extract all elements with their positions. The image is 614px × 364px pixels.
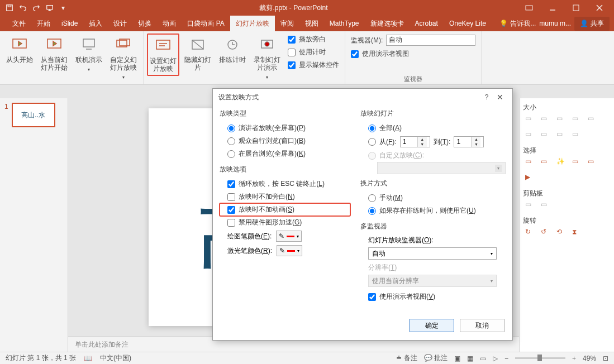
monitor-label: 监视器(M): xyxy=(351,36,383,45)
tab-transition[interactable]: 切换 xyxy=(132,16,157,31)
from-beginning-button[interactable]: 从头开始 xyxy=(3,33,36,66)
dialog-close-icon[interactable]: ✕ xyxy=(493,93,507,102)
play-icon xyxy=(11,36,28,54)
from-spinner[interactable]: ▲▼ xyxy=(400,136,430,147)
tab-file[interactable]: 文件 xyxy=(7,16,31,31)
tell-me-search[interactable]: 💡告诉我... xyxy=(499,19,536,28)
monitor-select[interactable]: 自动 xyxy=(386,35,475,46)
qat-more-icon[interactable]: ▾ xyxy=(57,2,69,14)
slide-count: 幻灯片 第 1 张，共 1 张 xyxy=(6,353,76,363)
clock-icon xyxy=(223,36,241,54)
svg-rect-13 xyxy=(156,40,170,49)
slideshow-quick-icon[interactable] xyxy=(44,2,56,14)
timings-checkbox[interactable]: 使用计时 xyxy=(285,46,341,58)
maximize-icon[interactable] xyxy=(565,1,587,15)
svg-rect-10 xyxy=(83,39,94,47)
narration-checkbox[interactable]: 播放旁白 xyxy=(285,33,341,45)
setup-slideshow-button[interactable]: 设置幻灯片放映 xyxy=(147,33,179,76)
tab-design[interactable]: 设计 xyxy=(108,16,132,31)
tab-newtab[interactable]: 新建选项卡 xyxy=(365,16,410,31)
ok-button[interactable]: 确定 xyxy=(410,319,454,332)
pen-icon: ✎ xyxy=(279,232,284,240)
check-loop[interactable]: 循环放映，按 ESC 键终止(L) xyxy=(220,178,350,190)
tab-slideshow[interactable]: 幻灯片放映 xyxy=(230,16,275,31)
tab-home[interactable]: 开始 xyxy=(31,16,56,31)
check-disable-hw[interactable]: 禁用硬件图形加速(G) xyxy=(220,216,350,229)
status-bar: 幻灯片 第 1 张，共 1 张 📖 中文(中国) ≐ 备注 💬 批注 ▣ ▦ ▭… xyxy=(0,352,614,364)
lightbulb-icon: 💡 xyxy=(499,20,508,27)
check-no-animation[interactable]: 放映时不加动画(S) xyxy=(220,203,350,216)
tab-animation[interactable]: 动画 xyxy=(157,16,182,31)
tab-mathtype[interactable]: MathType xyxy=(324,16,365,31)
tab-insert[interactable]: 插入 xyxy=(83,16,108,31)
quick-access-toolbar: ▾ xyxy=(3,2,69,14)
radio-manual[interactable]: 手动(M) xyxy=(360,191,506,204)
tab-pocket[interactable]: 口袋动画 PA xyxy=(182,16,230,31)
svg-line-17 xyxy=(192,40,203,49)
rehearse-button[interactable]: 排练计时 xyxy=(216,33,249,66)
ribbon: 从头开始 从当前幻灯片开始 联机演示▾ 自定义幻灯片放映▾ 开始放映幻灯片 设置… xyxy=(0,31,614,85)
presenter-view-checkbox[interactable]: 使用演示者视图 xyxy=(349,48,478,60)
close-icon[interactable] xyxy=(588,1,611,15)
tab-acrobat[interactable]: Acrobat xyxy=(410,16,444,31)
thumb-number: 1 xyxy=(4,103,8,127)
radio-presented[interactable]: 演讲者放映(全屏幕)(P) xyxy=(220,122,350,135)
title-bar: ▾ 裁剪.pptx - PowerPoint xyxy=(0,0,614,16)
tab-islide[interactable]: iSlide xyxy=(56,16,83,31)
save-icon[interactable] xyxy=(3,2,16,14)
language-label[interactable]: 中文(中国) xyxy=(100,353,131,363)
svg-rect-3 xyxy=(526,6,532,10)
comments-toggle[interactable]: 💬 批注 xyxy=(424,353,448,363)
online-present-button[interactable]: 联机演示▾ xyxy=(73,33,105,76)
ribbon-display-icon[interactable] xyxy=(518,1,540,15)
slide-thumbnail[interactable]: 高山..水 xyxy=(12,103,55,127)
spellcheck-icon[interactable]: 📖 xyxy=(84,355,92,362)
normal-view-icon[interactable]: ▣ xyxy=(454,355,460,362)
share-button[interactable]: 👤共享 xyxy=(574,17,610,31)
user-label[interactable]: mumu m... xyxy=(539,20,571,27)
sorter-view-icon[interactable]: ▦ xyxy=(467,355,473,362)
setup-icon xyxy=(154,37,172,55)
custom-show-button[interactable]: 自定义幻灯片放映▾ xyxy=(107,33,140,84)
zoom-level[interactable]: 49% xyxy=(583,355,596,362)
media-checkbox[interactable]: 显示媒体控件 xyxy=(285,59,341,71)
record-icon xyxy=(258,36,276,54)
svg-rect-1 xyxy=(8,5,11,7)
hide-slide-button[interactable]: 隐藏幻灯片 xyxy=(182,33,214,74)
zoom-in-icon[interactable]: + xyxy=(572,355,576,362)
cancel-button[interactable]: 取消 xyxy=(460,319,504,332)
svg-rect-2 xyxy=(47,6,53,9)
radio-use-timings[interactable]: 如果存在排练时间，则使用它(U) xyxy=(360,204,506,217)
slideshow-view-icon[interactable]: ▷ xyxy=(493,355,498,362)
undo-icon[interactable] xyxy=(17,2,29,14)
radio-kiosk[interactable]: 在展台浏览(全屏幕)(K) xyxy=(220,147,350,160)
record-button[interactable]: 录制幻灯片演示▾ xyxy=(251,33,283,84)
thumbnail-panel: 1 高山..水 xyxy=(0,98,68,352)
dialog-help-icon[interactable]: ? xyxy=(480,93,493,101)
radio-browsed-individual[interactable]: 观众自行浏览(窗口)(B) xyxy=(220,135,350,147)
monitor-select-dialog[interactable]: 自动▾ xyxy=(368,247,497,260)
zoom-out-icon[interactable]: − xyxy=(504,355,508,362)
radio-all-slides[interactable]: 全部(A) xyxy=(360,122,506,135)
redo-icon[interactable] xyxy=(30,2,42,14)
zoom-slider[interactable] xyxy=(515,357,565,359)
svg-point-22 xyxy=(265,42,269,46)
radio-from-to[interactable]: 从(F): ▲▼ 到(T): ▲▼ xyxy=(360,135,506,149)
radio-custom-show: 自定义放映(C): xyxy=(360,149,506,162)
check-presenter-view[interactable]: 使用演示者视图(V) xyxy=(368,290,498,303)
pen-color-button[interactable]: ✎▾ xyxy=(276,231,302,242)
laser-color-button[interactable]: ✎▾ xyxy=(277,245,302,256)
fit-window-icon[interactable]: ⊡ xyxy=(603,355,608,362)
tab-onekeylite[interactable]: OneKey Lite xyxy=(444,16,492,31)
check-no-narration[interactable]: 放映时不加旁白(N) xyxy=(220,190,350,203)
reading-view-icon[interactable]: ▭ xyxy=(480,355,486,362)
tab-view[interactable]: 视图 xyxy=(299,16,324,31)
setup-show-dialog: 设置放映方式 ? ✕ 放映类型 演讲者放映(全屏幕)(P) 观众自行浏览(窗口)… xyxy=(212,88,513,341)
from-current-button[interactable]: 从当前幻灯片开始 xyxy=(38,33,70,74)
to-spinner[interactable]: ▲▼ xyxy=(454,136,484,147)
window-title: 裁剪.pptx - PowerPoint xyxy=(69,3,518,13)
minimize-icon[interactable] xyxy=(541,1,564,15)
tab-review[interactable]: 审阅 xyxy=(275,16,299,31)
resolution-select: 使用当前分辨率▾ xyxy=(368,275,497,287)
notes-toggle[interactable]: ≐ 备注 xyxy=(396,353,417,363)
